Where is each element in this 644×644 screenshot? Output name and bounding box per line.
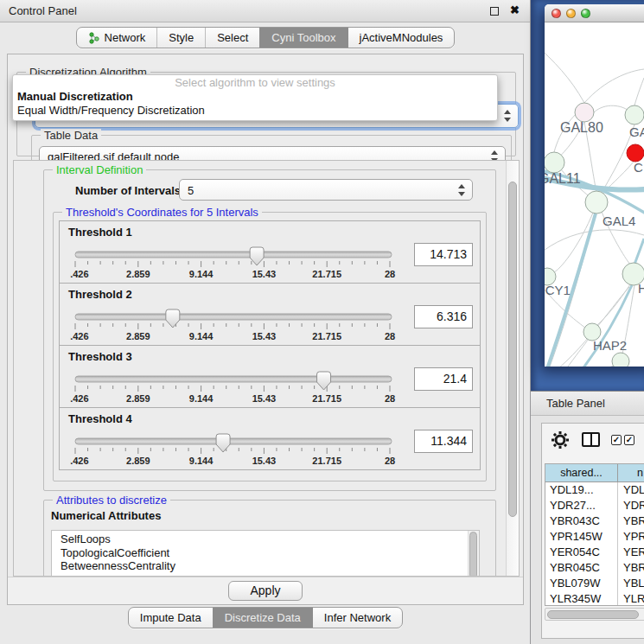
table-cell[interactable]: YDL19... — [545, 482, 618, 498]
threshold-slider[interactable]: -3.4262.8599.14415.4321.71528 — [70, 303, 409, 344]
tab-impute-data[interactable]: Impute Data — [129, 608, 213, 628]
tab-infer-network[interactable]: Infer Network — [312, 608, 402, 628]
table-cell[interactable]: YLR345W — [545, 591, 618, 606]
threshold-value-field[interactable]: 11.344 — [414, 430, 473, 453]
table-cell[interactable]: YBR0 — [618, 560, 644, 576]
table-horizontal-scrollbar[interactable] — [545, 608, 644, 621]
table-row[interactable]: YBR043CYBR0 — [545, 513, 644, 529]
network-node-c[interactable] — [627, 144, 644, 162]
network-node-label: H — [638, 281, 644, 296]
cyni-toolbox-panel: Discretization Algorithm Table Data galF… — [7, 54, 524, 605]
table-cell[interactable]: YDL1 — [618, 482, 644, 498]
dropdown-placeholder-item[interactable]: Select algorithm to view settings — [13, 76, 497, 90]
table-row[interactable]: YDR27...YDR2 — [545, 498, 644, 513]
attribute-list-item[interactable]: SelfLoops — [52, 532, 479, 546]
slider-thumb[interactable] — [166, 309, 180, 328]
tab-style[interactable]: Style — [156, 28, 205, 48]
network-edge[interactable] — [584, 69, 644, 103]
number-of-intervals-combobox[interactable]: 5 — [179, 179, 473, 201]
scrollbar-thumb[interactable] — [547, 610, 639, 619]
tab-label: Select — [217, 31, 248, 44]
svg-text:21.715: 21.715 — [312, 269, 341, 279]
network-edge[interactable] — [594, 105, 628, 112]
close-icon[interactable]: ✖ — [510, 3, 520, 16]
apply-button[interactable]: Apply — [228, 581, 302, 601]
table-row[interactable]: YBR045CYBR0 — [545, 560, 644, 576]
network-edge[interactable] — [545, 365, 615, 367]
table-cell[interactable]: YPR145W — [545, 529, 618, 545]
network-canvas[interactable]: GAL80GACGAL11GAL4GCY1HHAP2 — [545, 22, 644, 367]
table-row[interactable]: YER054CYER0 — [545, 545, 644, 560]
scrollbar-thumb[interactable] — [508, 182, 517, 517]
table-cell[interactable]: YBR045C — [545, 560, 618, 576]
network-icon — [88, 32, 100, 44]
dropdown-option[interactable]: Manual Discretization — [13, 90, 497, 104]
threshold-value-field[interactable]: 6.316 — [414, 305, 473, 328]
network-node-gal4[interactable] — [585, 191, 608, 214]
table-row[interactable]: YDL19...YDL1 — [545, 482, 644, 498]
svg-text:2.859: 2.859 — [126, 269, 150, 279]
network-edge[interactable] — [545, 45, 584, 103]
table-cell[interactable]: YBR043C — [545, 513, 618, 529]
table-row[interactable]: YBL079WYBL0 — [545, 576, 644, 591]
tab-network[interactable]: Network — [77, 28, 157, 48]
table-cell[interactable]: YLR3 — [618, 591, 644, 606]
threshold-slider[interactable]: -3.4262.8599.14415.4321.71528 — [70, 365, 409, 406]
network-edge-thick[interactable] — [634, 239, 644, 265]
tab-discretize-data[interactable]: Discretize Data — [213, 608, 312, 628]
column-layout-icon[interactable] — [582, 432, 600, 447]
table-header-name[interactable]: n — [618, 464, 644, 481]
svg-text:-3.426: -3.426 — [70, 331, 89, 341]
svg-text:2.859: 2.859 — [126, 331, 150, 341]
threshold-value-field[interactable]: 14.713 — [414, 243, 473, 266]
table-cell[interactable]: YDR2 — [618, 498, 644, 513]
table-cell[interactable]: YDR27... — [545, 498, 618, 513]
gear-icon[interactable] — [551, 430, 570, 450]
network-node-ga[interactable] — [625, 105, 644, 124]
slider-thumb[interactable] — [250, 247, 264, 265]
slider-thumb[interactable] — [216, 434, 230, 452]
network-node-gal80[interactable] — [575, 103, 594, 122]
select-all-checkbox-icon[interactable]: ✓ — [611, 435, 622, 445]
attribute-list-item[interactable]: TopologicalCoefficient — [52, 546, 479, 560]
scrollbar-thumb[interactable] — [469, 532, 477, 577]
svg-text:9.144: 9.144 — [189, 456, 214, 466]
tab-label: Discretize Data — [225, 611, 301, 624]
network-node-gal11[interactable] — [545, 152, 564, 173]
interval-definition-title: Interval Definition — [53, 163, 146, 176]
dropdown-option[interactable]: Equal Width/Frequency Discretization — [13, 104, 497, 118]
tab-cyni-toolbox[interactable]: Cyni Toolbox — [259, 28, 347, 48]
slider-thumb[interactable] — [317, 372, 331, 390]
table-cell[interactable]: YER0 — [618, 545, 644, 560]
table-cell[interactable]: YPR1 — [618, 529, 644, 545]
table-row[interactable]: YLR345WYLR3 — [545, 591, 644, 606]
zoom-traffic-light-icon[interactable] — [581, 9, 590, 18]
network-edge[interactable] — [545, 230, 644, 259]
attributes-list-scrollbar[interactable] — [468, 531, 479, 577]
close-traffic-light-icon[interactable] — [552, 9, 561, 18]
threshold-value-field[interactable]: 21.4 — [414, 367, 473, 391]
float-window-icon[interactable] — [490, 7, 499, 16]
table-cell[interactable]: YBR0 — [618, 513, 644, 529]
table-cell[interactable]: YER054C — [545, 545, 618, 560]
numerical-attributes-list: SelfLoopsTopologicalCoefficientBetweenne… — [51, 530, 480, 577]
network-node[interactable] — [612, 353, 629, 367]
settings-vertical-scrollbar[interactable] — [506, 161, 519, 576]
attribute-list-item[interactable]: BetweennessCentrality — [52, 559, 479, 573]
table-cell[interactable]: YBL0 — [618, 576, 644, 591]
threshold-slider[interactable]: -3.4262.8599.14415.4321.71528 — [70, 427, 409, 469]
network-edge[interactable] — [634, 78, 644, 105]
tab-label: jActiveMNodules — [360, 31, 443, 44]
table-row[interactable]: YPR145WYPR1 — [545, 529, 644, 545]
table-header-shared-name[interactable]: shared... — [545, 464, 618, 481]
table-header-row: shared...n — [545, 464, 644, 482]
threshold-card: Threshold 4 -3.4262.8599.14415.4321.7152… — [59, 407, 481, 470]
table-cell[interactable]: YBL079W — [545, 576, 618, 591]
threshold-slider[interactable]: -3.4262.8599.14415.4321.71528 — [70, 240, 409, 282]
tab-select[interactable]: Select — [205, 28, 259, 48]
svg-text:28: 28 — [385, 393, 395, 404]
select-checkbox-icon[interactable]: ✓ — [624, 435, 634, 445]
network-node-label: GA — [629, 124, 644, 139]
minimize-traffic-light-icon[interactable] — [566, 9, 576, 18]
tab-jactivemnodules[interactable]: jActiveMNodules — [348, 28, 455, 48]
